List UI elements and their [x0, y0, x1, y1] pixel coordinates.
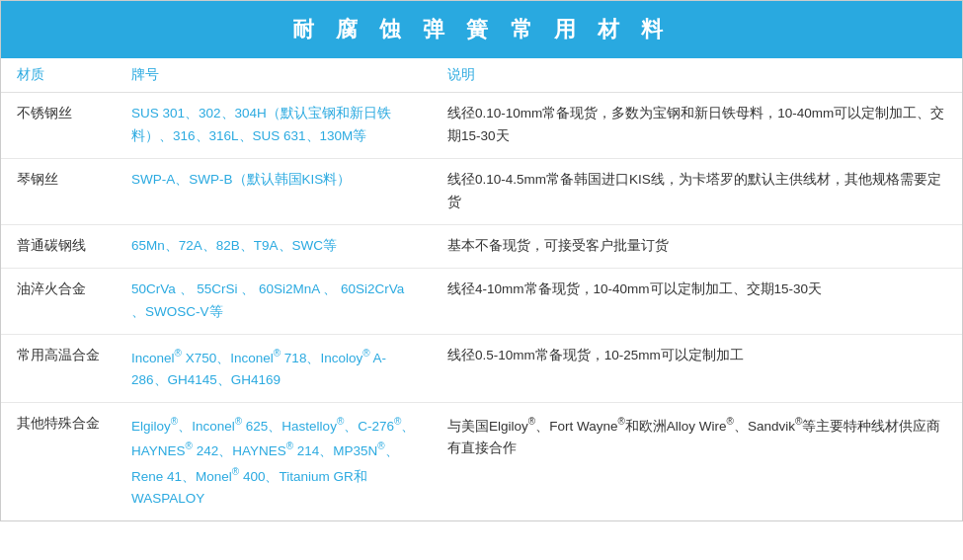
cell-brand-2: 65Mn、72A、82B、T9A、SWC等 [116, 224, 432, 268]
table-row: 不锈钢丝SUS 301、302、304H（默认宝钢和新日铁料）、316、316L… [1, 93, 962, 159]
cell-desc-5: 与美国Elgiloy®、Fort Wayne®和欧洲Alloy Wire®、Sa… [432, 402, 962, 520]
cell-desc-3: 线径4-10mm常备现货，10-40mm可以定制加工、交期15-30天 [432, 268, 962, 334]
table-body: 不锈钢丝SUS 301、302、304H（默认宝钢和新日铁料）、316、316L… [1, 93, 962, 521]
cell-material-1: 琴钢丝 [1, 158, 116, 224]
cell-material-3: 油淬火合金 [1, 268, 116, 334]
cell-material-2: 普通碳钢线 [1, 224, 116, 268]
table-row: 常用高温合金Inconel® X750、Inconel® 718、Incoloy… [1, 334, 962, 402]
col-header-description: 说明 [432, 58, 962, 93]
col-header-brand: 牌号 [116, 58, 432, 93]
table-row: 普通碳钢线65Mn、72A、82B、T9A、SWC等基本不备现货，可接受客户批量… [1, 224, 962, 268]
cell-desc-4: 线径0.5-10mm常备现货，10-25mm可以定制加工 [432, 334, 962, 402]
table-row: 油淬火合金50CrVa 、 55CrSi 、 60Si2MnA 、 60Si2C… [1, 268, 962, 334]
col-header-material: 材质 [1, 58, 116, 93]
cell-brand-0: SUS 301、302、304H（默认宝钢和新日铁料）、316、316L、SUS… [116, 93, 432, 159]
cell-desc-0: 线径0.10-10mm常备现货，多数为宝钢和新日铁母料，10-40mm可以定制加… [432, 93, 962, 159]
cell-material-5: 其他特殊合金 [1, 402, 116, 520]
cell-brand-3: 50CrVa 、 55CrSi 、 60Si2MnA 、 60Si2CrVa 、… [116, 268, 432, 334]
main-table-container: 耐 腐 蚀 弹 簧 常 用 材 料 材质 牌号 说明 不锈钢丝SUS 301、3… [0, 0, 963, 521]
cell-brand-5: Elgiloy®、Inconel® 625、Hastelloy®、C-276®、… [116, 402, 432, 520]
cell-material-4: 常用高温合金 [1, 334, 116, 402]
cell-desc-2: 基本不备现货，可接受客户批量订货 [432, 224, 962, 268]
cell-desc-1: 线径0.10-4.5mm常备韩国进口KIS线，为卡塔罗的默认主供线材，其他规格需… [432, 158, 962, 224]
table-row: 琴钢丝SWP-A、SWP-B（默认韩国KIS料）线径0.10-4.5mm常备韩国… [1, 158, 962, 224]
cell-brand-4: Inconel® X750、Inconel® 718、Incoloy® A-28… [116, 334, 432, 402]
cell-brand-1: SWP-A、SWP-B（默认韩国KIS料） [116, 158, 432, 224]
cell-material-0: 不锈钢丝 [1, 93, 116, 159]
materials-table: 材质 牌号 说明 不锈钢丝SUS 301、302、304H（默认宝钢和新日铁料）… [1, 58, 962, 520]
table-row: 其他特殊合金Elgiloy®、Inconel® 625、Hastelloy®、C… [1, 402, 962, 520]
table-header-row: 材质 牌号 说明 [1, 58, 962, 93]
table-title: 耐 腐 蚀 弹 簧 常 用 材 料 [1, 1, 962, 58]
